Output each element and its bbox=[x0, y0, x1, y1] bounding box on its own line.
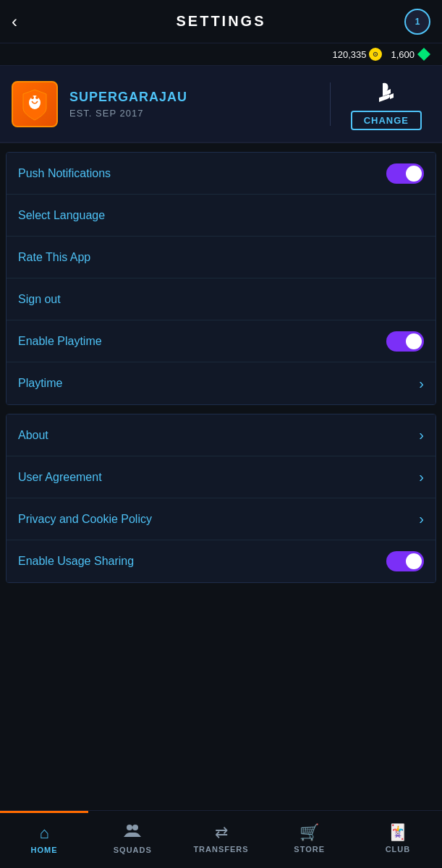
privacy-cookie-chevron-icon: › bbox=[419, 511, 424, 527]
user-agreement-chevron-icon: › bbox=[419, 469, 424, 485]
enable-usage-sharing-row[interactable]: Enable Usage Sharing bbox=[7, 540, 435, 582]
settings-group-1: Push Notifications Select Language Rate … bbox=[6, 152, 436, 405]
gems-display: 1,600 bbox=[391, 48, 430, 61]
nav-squads-label: SQUADS bbox=[114, 846, 152, 854]
back-button[interactable]: ‹ bbox=[12, 12, 17, 32]
divider bbox=[330, 82, 331, 126]
nav-club[interactable]: 🃏 CLUB bbox=[354, 811, 442, 868]
rate-this-app-row[interactable]: Rate This App bbox=[7, 237, 435, 278]
nav-store[interactable]: 🛒 STORE bbox=[265, 811, 354, 868]
nav-transfers[interactable]: ⇄ TRANSFERS bbox=[177, 811, 265, 868]
sign-out-row[interactable]: Sign out bbox=[7, 278, 435, 320]
svg-point-2 bbox=[31, 96, 34, 99]
store-icon: 🛒 bbox=[299, 823, 319, 842]
enable-usage-sharing-toggle[interactable] bbox=[386, 551, 424, 571]
coin-icon: ⊙ bbox=[369, 48, 382, 61]
header: ‹ SETTINGS 1 bbox=[0, 0, 442, 43]
push-notifications-label: Push Notifications bbox=[18, 167, 111, 180]
profile-name: SUPERGARAJAU bbox=[69, 90, 318, 105]
enable-usage-sharing-label: Enable Usage Sharing bbox=[18, 555, 134, 568]
user-agreement-label: User Agreement bbox=[18, 471, 102, 484]
privacy-cookie-label: Privacy and Cookie Policy bbox=[18, 513, 152, 526]
nav-club-label: CLUB bbox=[386, 845, 411, 854]
gems-value: 1,600 bbox=[391, 49, 415, 60]
profile-section: SUPERGARAJAU EST. SEP 2017 CHANGE bbox=[0, 66, 442, 143]
select-language-label: Select Language bbox=[18, 209, 105, 222]
rate-this-app-label: Rate This App bbox=[18, 251, 90, 264]
push-notifications-toggle[interactable] bbox=[386, 163, 424, 184]
settings-group-2: About › User Agreement › Privacy and Coo… bbox=[6, 414, 436, 583]
playstation-icon bbox=[372, 79, 401, 105]
nav-home-label: HOME bbox=[31, 846, 58, 854]
page-title: SETTINGS bbox=[176, 13, 265, 30]
currency-bar: 120,335 ⊙ 1,600 bbox=[0, 43, 442, 66]
coins-display: 120,335 ⊙ bbox=[332, 48, 382, 61]
enable-playtime-label: Enable Playtime bbox=[18, 335, 102, 348]
gem-icon bbox=[417, 48, 430, 61]
bottom-navigation: ⌂ HOME SQUADS ⇄ TRANSFERS 🛒 STORE 🃏 CLUB bbox=[0, 810, 442, 868]
push-notifications-row[interactable]: Push Notifications bbox=[7, 153, 435, 195]
playtime-row[interactable]: Playtime › bbox=[7, 362, 435, 404]
notification-icon[interactable]: 1 bbox=[404, 9, 430, 35]
svg-point-4 bbox=[127, 825, 132, 830]
about-label: About bbox=[18, 429, 48, 442]
profile-info: SUPERGARAJAU EST. SEP 2017 bbox=[69, 90, 318, 119]
club-icon: 🃏 bbox=[388, 823, 407, 842]
playtime-chevron-icon: › bbox=[419, 375, 424, 392]
playtime-label: Playtime bbox=[18, 377, 62, 390]
nav-transfers-label: TRANSFERS bbox=[193, 845, 248, 854]
transfers-icon: ⇄ bbox=[215, 823, 228, 842]
privacy-cookie-row[interactable]: Privacy and Cookie Policy › bbox=[7, 498, 435, 540]
profile-est: EST. SEP 2017 bbox=[69, 108, 318, 119]
about-chevron-icon: › bbox=[419, 427, 424, 443]
club-badge bbox=[12, 81, 58, 127]
enable-playtime-toggle[interactable] bbox=[386, 331, 424, 352]
select-language-row[interactable]: Select Language bbox=[7, 195, 435, 237]
sign-out-label: Sign out bbox=[18, 293, 61, 306]
change-account-button[interactable]: CHANGE bbox=[351, 111, 422, 130]
svg-point-5 bbox=[132, 825, 138, 830]
user-agreement-row[interactable]: User Agreement › bbox=[7, 456, 435, 498]
coins-value: 120,335 bbox=[332, 49, 366, 60]
nav-squads[interactable]: SQUADS bbox=[88, 811, 177, 868]
playstation-section: CHANGE bbox=[342, 77, 430, 130]
playstation-logo bbox=[372, 77, 401, 106]
club-badge-icon bbox=[17, 87, 52, 122]
nav-home[interactable]: ⌂ HOME bbox=[0, 811, 88, 868]
nav-store-label: STORE bbox=[294, 845, 325, 854]
about-row[interactable]: About › bbox=[7, 414, 435, 456]
squads-icon bbox=[124, 822, 141, 843]
enable-playtime-row[interactable]: Enable Playtime bbox=[7, 320, 435, 362]
svg-point-3 bbox=[35, 96, 38, 99]
home-icon: ⌂ bbox=[39, 824, 48, 843]
